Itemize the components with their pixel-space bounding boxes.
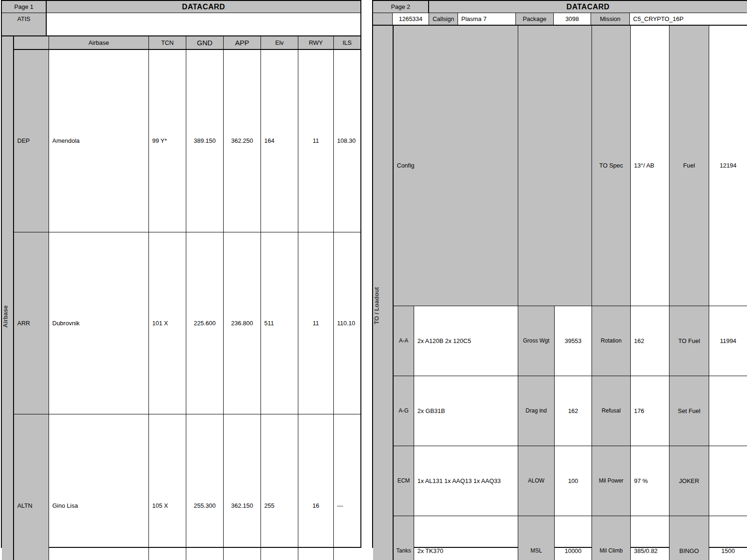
ils-cell: 108.30 bbox=[334, 50, 360, 232]
loadout-section-label: TO / Loadout bbox=[373, 26, 380, 560]
perf-value-cell: 385/0.82 bbox=[631, 516, 669, 560]
elv-cell: 255 bbox=[261, 414, 298, 560]
to-spec-value: 13°/ AB bbox=[631, 26, 669, 306]
page-number-label: Page 1 bbox=[2, 1, 47, 13]
gnd-cell: 225.600 bbox=[186, 232, 224, 414]
fuel-value-cell bbox=[709, 446, 747, 516]
airbase-header-cell: TCN bbox=[149, 36, 186, 49]
ils-cell: 110.10 bbox=[334, 232, 360, 414]
airbase-header-cell: RWY bbox=[298, 36, 334, 49]
loadout-row: ECM 1x AL131 1x AAQ13 1x AAQ33 ALOW 100 … bbox=[394, 446, 747, 516]
gnd-cell: 255.300 bbox=[186, 414, 224, 560]
fuel-label-cell: TO Fuel bbox=[669, 306, 709, 376]
loadout-row: A-A 2x A120B 2x 120C5 Gross Wgt 39553 Ro… bbox=[394, 306, 747, 376]
fuel-label-cell: JOKER bbox=[669, 446, 709, 516]
fuel-value: 12194 bbox=[709, 26, 747, 306]
atis-label: ATIS bbox=[2, 13, 47, 35]
app-cell: 362.150 bbox=[224, 414, 261, 560]
airbase-section-label: Airbase bbox=[2, 36, 9, 560]
mission-value: C5_CRYPTO_16P bbox=[630, 13, 747, 25]
package-value: 3098 bbox=[554, 13, 591, 25]
page1-header: Page 1 DATACARD bbox=[2, 1, 360, 13]
app-cell: 236.800 bbox=[224, 232, 261, 414]
pilot-id-cell: 1265334 bbox=[393, 13, 429, 25]
loadout-category-cell: ECM bbox=[394, 446, 414, 516]
airbase-header-cell: Airbase bbox=[49, 36, 149, 49]
tcn-cell: 101 X bbox=[149, 232, 186, 414]
airbase-row: ALTN Gino Lisa 105 X 255.300 362.150 255… bbox=[14, 414, 360, 560]
perf-label-cell: Mil Climb bbox=[592, 516, 631, 560]
fuel-value-cell: 1500 bbox=[709, 516, 747, 560]
airbase-role-cell: ALTN bbox=[14, 414, 49, 560]
perf-label-cell: Mil Power bbox=[592, 446, 631, 516]
callsign-label: Callsign bbox=[429, 13, 458, 25]
stores-cell: 2x TK370 bbox=[414, 516, 518, 560]
callsign-value: Plasma 7 bbox=[458, 13, 516, 25]
fuel-label-cell: BINGO bbox=[669, 516, 709, 560]
stat-value-cell: 10000 bbox=[555, 516, 592, 560]
stat-value-cell: 39553 bbox=[555, 306, 592, 376]
spacer-cell bbox=[518, 26, 592, 306]
elv-cell: 164 bbox=[261, 50, 298, 232]
stat-label-cell: Gross Wgt bbox=[518, 306, 555, 376]
datacard-page-1: Page 1 DATACARD ATIS Airbase Airbase TCN… bbox=[1, 0, 361, 548]
airbase-row: ARR Dubrovnik 101 X 225.600 236.800 511 … bbox=[14, 232, 360, 415]
rwy-cell: 11 bbox=[298, 232, 334, 414]
airbase-header-cell: Elv bbox=[261, 36, 298, 49]
perf-value-cell: 162 bbox=[631, 306, 669, 376]
package-label: Package bbox=[516, 13, 554, 25]
airbase-role-cell: DEP bbox=[14, 50, 49, 232]
airbase-name-cell: Amendola bbox=[49, 50, 149, 232]
tcn-cell: 99 Y* bbox=[149, 50, 186, 232]
config-label: Config bbox=[394, 26, 518, 306]
app-cell: 362.250 bbox=[224, 50, 261, 232]
fuel-label-cell: Set Fuel bbox=[669, 376, 709, 446]
atis-block: ATIS bbox=[2, 13, 360, 36]
airbase-name-cell: Dubrovnik bbox=[49, 232, 149, 414]
elv-cell: 511 bbox=[261, 232, 298, 414]
page2-header: Page 2 DATACARD bbox=[373, 1, 747, 13]
perf-value-cell: 97 % bbox=[631, 446, 669, 516]
atis-value-area bbox=[47, 13, 360, 35]
gnd-cell: 389.150 bbox=[186, 50, 224, 232]
datacard-page-2: Page 2 DATACARD 1265334 Callsign Plasma … bbox=[372, 0, 747, 548]
ils-cell: --- bbox=[334, 414, 360, 560]
loadout-table: A-A 2x A120B 2x 120C5 Gross Wgt 39553 Ro… bbox=[394, 306, 747, 560]
mission-id-row: 1265334 Callsign Plasma 7 Package 3098 M… bbox=[373, 13, 747, 26]
loadout-category-cell: A-A bbox=[394, 306, 414, 376]
stores-cell: 2x GB31B bbox=[414, 376, 518, 446]
stores-cell: 1x AL131 1x AAQ13 1x AAQ33 bbox=[414, 446, 518, 516]
fuel-value-cell bbox=[709, 376, 747, 446]
perf-label-cell: Rotation bbox=[592, 306, 631, 376]
rwy-cell: 16 bbox=[298, 414, 334, 560]
fuel-label: Fuel bbox=[669, 26, 709, 306]
airbase-name-cell: Gino Lisa bbox=[49, 414, 149, 560]
fuel-value-cell: 11994 bbox=[709, 306, 747, 376]
stat-label-cell: MSL bbox=[518, 516, 555, 560]
stat-label-cell: Drag ind bbox=[518, 376, 555, 446]
airbase-header-row: Airbase TCN GND APP Elv RWY ILS bbox=[14, 36, 360, 50]
tcn-cell: 105 X bbox=[149, 414, 186, 560]
page-title: DATACARD bbox=[429, 1, 747, 13]
airbase-header-cell: APP bbox=[224, 36, 261, 49]
airbase-table: DEP Amendola 99 Y* 389.150 362.250 164 1… bbox=[14, 50, 360, 560]
page-title: DATACARD bbox=[47, 1, 360, 13]
stores-cell: 2x A120B 2x 120C5 bbox=[414, 306, 518, 376]
stat-value-cell: 162 bbox=[555, 376, 592, 446]
airbase-header-cell bbox=[14, 36, 49, 49]
rwy-cell: 11 bbox=[298, 50, 334, 232]
loadout-category-cell: A-G bbox=[394, 376, 414, 446]
perf-value-cell: 176 bbox=[631, 376, 669, 446]
loadout-row: Tanks 2x TK370 MSL 10000 Mil Climb 385/0… bbox=[394, 516, 747, 560]
mission-label: Mission bbox=[591, 13, 630, 25]
airbase-row: DEP Amendola 99 Y* 389.150 362.250 164 1… bbox=[14, 50, 360, 232]
to-spec-label: TO Spec bbox=[592, 26, 631, 306]
loadout-row: A-G 2x GB31B Drag ind 162 Refusal 176 Se… bbox=[394, 376, 747, 446]
airbase-role-cell: ARR bbox=[14, 232, 49, 414]
perf-label-cell: Refusal bbox=[592, 376, 631, 446]
loadout-category-cell: Tanks bbox=[394, 516, 414, 560]
spacer-cell bbox=[373, 13, 393, 25]
page-number-label: Page 2 bbox=[373, 1, 429, 13]
loadout-section: TO / Loadout Config TO Spec 13°/ AB Fuel… bbox=[373, 26, 747, 560]
stat-label-cell: ALOW bbox=[518, 446, 555, 516]
